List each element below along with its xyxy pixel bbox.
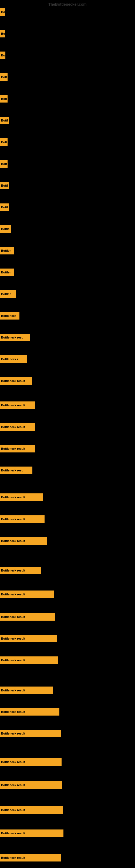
bottleneck-result-bar: Bottleneck result [0, 567, 41, 574]
bottleneck-result-bar: Bottleneck result [0, 656, 58, 664]
bar-item: Bottleneck resu [0, 467, 32, 474]
bar-item: Bottleneck result [0, 423, 35, 431]
bar-item: Bottle [0, 225, 11, 233]
site-title: TheBottlenecker.com [48, 2, 87, 6]
bottleneck-result-bar: Bott [0, 73, 8, 81]
bar-item: Bo [0, 8, 5, 16]
bottleneck-result-bar: Bottleneck result [0, 516, 45, 523]
bar-item: Bottleneck result [0, 493, 43, 501]
bar-item: Bottleneck result [0, 758, 61, 766]
bottleneck-result-bar: Bott [0, 160, 8, 167]
bar-item: Bottleneck result [0, 781, 62, 789]
bar-item: Bottleneck result [0, 854, 61, 862]
bottleneck-result-bar: Bottl [0, 204, 9, 211]
bar-item: Bottleneck result [0, 445, 35, 453]
bar-item: Bot [0, 52, 5, 59]
bar-item: Bott [0, 138, 8, 146]
bottleneck-result-bar: Bot [0, 52, 5, 59]
bottleneck-result-bar: Bottl [0, 117, 9, 124]
bar-item: Bottleneck result [0, 516, 45, 523]
bottleneck-result-bar: Bo [0, 8, 5, 16]
bar-item: Bottleneck result [0, 567, 41, 574]
bottleneck-result-bar: Bottleneck r [0, 355, 27, 363]
bottleneck-result-bar: Bottleneck result [0, 730, 61, 737]
bar-item: Bottleneck [0, 312, 19, 319]
bar-item: Bottleneck result [0, 590, 54, 598]
bar-item: Bottleneck result [0, 377, 32, 384]
bar-item: Bottleneck result [0, 613, 55, 621]
bottleneck-result-bar: Bottleneck resu [0, 334, 30, 341]
bar-item: Bottleneck result [0, 686, 53, 694]
bottleneck-result-bar: Bottleneck resu [0, 467, 32, 474]
bottleneck-result-bar: Bottleneck [0, 312, 19, 319]
bar-item: Bottlen [0, 290, 16, 298]
bottleneck-result-bar: Bottleneck result [0, 781, 62, 789]
bottleneck-result-bar: Bottleneck result [0, 590, 54, 598]
bottleneck-result-bar: Bott [0, 95, 8, 102]
bar-item: Bo [0, 30, 5, 37]
bottleneck-result-bar: Bottleneck result [0, 686, 53, 694]
bottleneck-result-bar: Bottleneck result [0, 493, 43, 501]
bar-item: Bott [0, 95, 8, 102]
bar-item: Bottl [0, 117, 9, 124]
bar-item: Bottlen [0, 269, 14, 276]
bar-item: Bottleneck result [0, 830, 63, 837]
bottleneck-result-bar: Bottleneck result [0, 613, 55, 621]
bar-item: Bott [0, 160, 8, 167]
bottleneck-result-bar: Bottleneck result [0, 806, 63, 814]
bottleneck-result-bar: Bottlen [0, 247, 14, 254]
bar-item: Bottleneck result [0, 806, 63, 814]
bottleneck-result-bar: Bottleneck result [0, 635, 57, 642]
bar-item: Bottl [0, 182, 9, 189]
bar-item: Bottleneck resu [0, 334, 30, 341]
bottleneck-result-bar: Bottleneck result [0, 445, 35, 453]
bottleneck-result-bar: Bottleneck result [0, 537, 47, 545]
bottleneck-result-bar: Bottleneck result [0, 758, 61, 766]
bottleneck-result-bar: Bottleneck result [0, 401, 35, 409]
bottleneck-result-bar: Bottleneck result [0, 423, 35, 431]
bottleneck-result-bar: Bottle [0, 225, 11, 233]
bottleneck-result-bar: Bo [0, 30, 5, 37]
bottleneck-result-bar: Bottleneck result [0, 830, 63, 837]
bar-item: Bottleneck result [0, 708, 59, 716]
bar-item: Bottlen [0, 247, 14, 254]
bottleneck-result-bar: Bottlen [0, 290, 16, 298]
bottleneck-result-bar: Bottleneck result [0, 708, 59, 716]
bar-item: Bottleneck result [0, 635, 57, 642]
bottleneck-result-bar: Bottleneck result [0, 854, 61, 862]
bottleneck-result-bar: Bottl [0, 182, 9, 189]
bottleneck-result-bar: Bottlen [0, 269, 14, 276]
bar-item: Bottleneck result [0, 730, 61, 737]
bar-item: Bottleneck result [0, 537, 47, 545]
bottleneck-result-bar: Bott [0, 138, 8, 146]
bar-item: Bottleneck result [0, 656, 58, 664]
bar-item: Bottleneck r [0, 355, 27, 363]
bar-item: Bottleneck result [0, 401, 35, 409]
bar-item: Bottl [0, 204, 9, 211]
bar-item: Bott [0, 73, 8, 81]
bottleneck-result-bar: Bottleneck result [0, 377, 32, 384]
